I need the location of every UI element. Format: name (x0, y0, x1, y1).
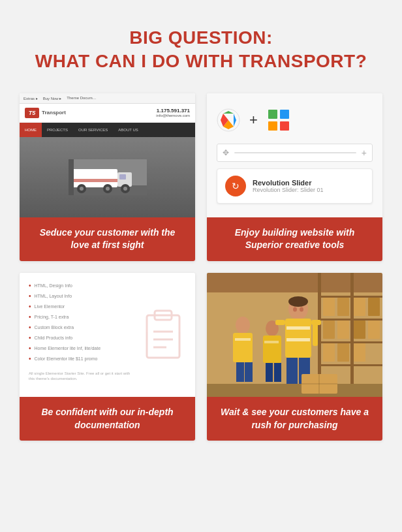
svg-rect-30 (350, 273, 354, 397)
tp-nav-services: OUR SERVICES (73, 123, 113, 137)
docs-item-1: HTML, Design Info (29, 282, 134, 289)
card-tools-caption: Enjoy building website with Superior cre… (207, 217, 382, 261)
svg-rect-42 (368, 321, 380, 339)
tp-logo: T5 Transport (25, 108, 66, 118)
tp-topbar: Extras ▸ Buy Now ▸ Theme Docum… (20, 93, 195, 104)
svg-rect-50 (236, 362, 244, 382)
yoast-icon (217, 108, 240, 132)
svg-rect-65 (286, 358, 298, 384)
svg-rect-2 (72, 169, 117, 187)
transport-logo-text: Transport (42, 110, 66, 116)
svg-rect-40 (337, 321, 349, 339)
revolution-text: Revolution Slider Revolution Slider: Sli… (253, 179, 324, 193)
svg-rect-61 (286, 338, 310, 341)
drag-bar: ✥ + (217, 144, 373, 162)
move-icon: ✥ (223, 148, 229, 157)
svg-rect-46 (207, 384, 382, 397)
svg-point-8 (106, 187, 110, 191)
svg-rect-22 (147, 315, 179, 358)
svg-rect-39 (323, 321, 335, 339)
svg-rect-54 (264, 341, 279, 343)
card-docs: HTML, Design Info HTML, Layout Info Live… (20, 273, 195, 441)
svg-rect-34 (318, 364, 382, 366)
docs-item-5: Custom Block extra (29, 324, 134, 331)
tp-header: T5 Transport 1.175.591.371 info@themove.… (20, 104, 195, 123)
docs-item-7: Home Elementor lite Inf, lite/date (29, 345, 134, 352)
svg-rect-62 (275, 320, 285, 325)
tp-phone: 1.175.591.371 (156, 108, 190, 114)
svg-point-47 (236, 317, 250, 334)
svg-rect-43 (323, 343, 335, 362)
revolution-slider-card: ↻ Revolution Slider Revolution Slider: S… (217, 168, 373, 204)
card-transport-image: Extras ▸ Buy Now ▸ Theme Docum… T5 Trans… (20, 93, 195, 217)
header-line1: BIG QUESTION: (35, 26, 367, 50)
svg-rect-32 (318, 319, 382, 321)
svg-rect-4 (119, 174, 126, 180)
svg-point-70 (293, 307, 297, 311)
svg-rect-36 (337, 298, 349, 316)
docs-mockup: HTML, Design Info HTML, Layout Info Live… (20, 273, 195, 397)
svg-rect-45 (354, 343, 365, 362)
svg-rect-53 (263, 336, 281, 363)
card-tools-image: + ✥ + ↻ (207, 93, 382, 217)
svg-rect-48 (233, 333, 253, 362)
svg-rect-12 (69, 159, 74, 195)
svg-rect-20 (268, 121, 277, 131)
tp-hero (20, 137, 195, 217)
tp-nav: HOME PROJECTS OUR SERVICES ABOUT US (20, 123, 195, 137)
tools-mockup: + ✥ + ↻ (207, 93, 382, 217)
page-header: BIG QUESTION: WHAT CAN I DO WITH TRANSPO… (35, 26, 367, 74)
tp-nav-projects: PROJECTS (42, 123, 73, 137)
card-transport: Extras ▸ Buy Now ▸ Theme Docum… T5 Trans… (20, 93, 195, 261)
card-warehouse-caption: Wait & see your customers have a rush fo… (207, 397, 382, 441)
card-transport-caption: Seduce your customer with the love at fi… (20, 217, 195, 261)
card-warehouse: Wait & see your customers have a rush fo… (207, 273, 382, 441)
revolution-sub: Revolution Slider: Slider 01 (253, 187, 324, 193)
svg-rect-41 (354, 321, 365, 339)
svg-rect-60 (286, 326, 310, 330)
docs-list: HTML, Design Info HTML, Layout Info Live… (29, 282, 134, 388)
docs-item-3: Live Elementor (29, 303, 134, 310)
svg-rect-31 (318, 296, 382, 298)
plus-icon: + (249, 112, 258, 129)
docs-item-8: Color Elementor lite $11 promo (29, 355, 134, 362)
svg-rect-21 (280, 121, 289, 131)
docs-footer-note: All single Elementor Starter Site. Free … (29, 371, 134, 382)
transport-mockup: Extras ▸ Buy Now ▸ Theme Docum… T5 Trans… (20, 93, 195, 217)
feature-grid: Extras ▸ Buy Now ▸ Theme Docum… T5 Trans… (20, 93, 382, 441)
clipboard-svg (140, 309, 186, 361)
tp-contact: 1.175.591.371 info@themove.com (156, 108, 190, 117)
svg-rect-55 (266, 363, 273, 382)
drag-plus-icon: + (362, 148, 367, 158)
card-tools: + ✥ + ↻ (207, 93, 382, 261)
header-line2: WHAT CAN I DO WITH TRANSPORT? (35, 50, 367, 73)
drag-line (234, 152, 356, 153)
builder-icon (267, 108, 290, 132)
svg-point-58 (288, 296, 308, 307)
svg-rect-38 (368, 298, 380, 316)
warehouse-mockup (207, 273, 382, 397)
svg-point-71 (300, 307, 303, 311)
docs-item-6: Child Products info (29, 334, 134, 341)
svg-rect-11 (72, 179, 117, 182)
svg-rect-35 (323, 298, 335, 316)
svg-point-10 (123, 187, 127, 191)
svg-rect-51 (245, 362, 253, 382)
tools-icons-row: + (217, 103, 373, 137)
card-warehouse-image (207, 273, 382, 397)
svg-marker-14 (223, 111, 234, 114)
tp-nav-about: ABOUT US (113, 123, 144, 137)
svg-rect-28 (207, 273, 382, 292)
svg-rect-49 (235, 338, 251, 341)
revolution-title: Revolution Slider (253, 179, 324, 187)
transport-logo-icon: T5 (25, 108, 39, 118)
svg-rect-19 (280, 110, 289, 119)
svg-rect-18 (268, 110, 277, 119)
svg-marker-15 (234, 114, 236, 127)
card-docs-image: HTML, Design Info HTML, Layout Info Live… (20, 273, 195, 397)
svg-rect-44 (337, 343, 349, 362)
tp-email: info@themove.com (156, 114, 190, 117)
svg-rect-56 (274, 363, 281, 382)
clipboard-icon-container (140, 282, 186, 388)
svg-rect-37 (354, 298, 365, 316)
